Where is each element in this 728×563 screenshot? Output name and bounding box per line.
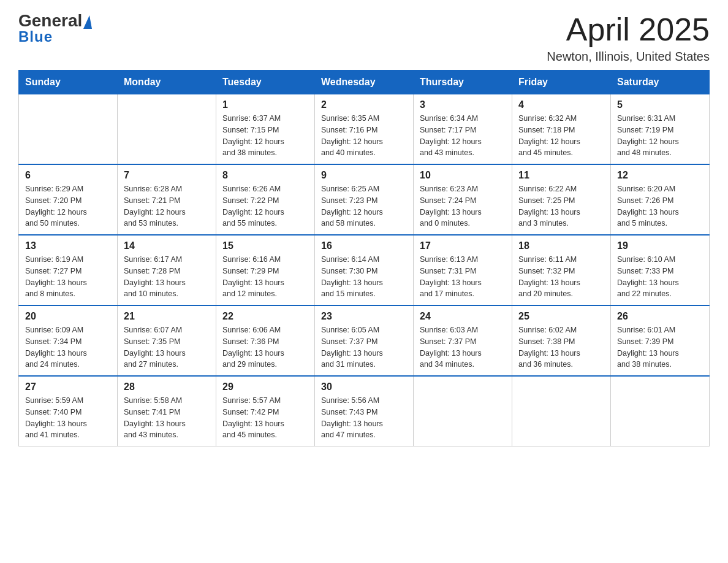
- day-number: 12: [617, 170, 703, 181]
- day-info: Sunrise: 6:06 AMSunset: 7:36 PMDaylight:…: [222, 324, 308, 370]
- day-number: 10: [420, 170, 506, 181]
- day-number: 9: [321, 170, 407, 181]
- day-number: 21: [124, 311, 210, 322]
- day-number: 20: [25, 311, 111, 322]
- day-info: Sunrise: 6:03 AMSunset: 7:37 PMDaylight:…: [420, 324, 506, 370]
- calendar-subtitle: Newton, Illinois, United States: [547, 50, 710, 64]
- day-number: 11: [518, 170, 604, 181]
- day-number: 22: [222, 311, 308, 322]
- table-row: 3Sunrise: 6:34 AMSunset: 7:17 PMDaylight…: [414, 94, 512, 165]
- calendar-week-row: 27Sunrise: 5:59 AMSunset: 7:40 PMDayligh…: [19, 376, 710, 446]
- calendar-title: April 2025: [547, 12, 710, 47]
- table-row: 19Sunrise: 6:10 AMSunset: 7:33 PMDayligh…: [611, 235, 710, 305]
- day-number: 17: [420, 240, 506, 251]
- day-number: 2: [321, 99, 407, 110]
- day-number: 30: [321, 381, 407, 393]
- day-number: 25: [518, 311, 604, 322]
- day-info: Sunrise: 6:02 AMSunset: 7:38 PMDaylight:…: [518, 324, 604, 370]
- table-row: 29Sunrise: 5:57 AMSunset: 7:42 PMDayligh…: [216, 376, 315, 446]
- day-info: Sunrise: 6:05 AMSunset: 7:37 PMDaylight:…: [321, 324, 407, 370]
- table-row: 30Sunrise: 5:56 AMSunset: 7:43 PMDayligh…: [315, 376, 414, 446]
- day-number: 5: [617, 99, 703, 110]
- col-sunday: Sunday: [19, 71, 118, 94]
- table-row: 27Sunrise: 5:59 AMSunset: 7:40 PMDayligh…: [19, 376, 118, 446]
- table-row: 13Sunrise: 6:19 AMSunset: 7:27 PMDayligh…: [19, 235, 118, 305]
- logo-text: General: [18, 12, 92, 29]
- calendar-week-row: 20Sunrise: 6:09 AMSunset: 7:34 PMDayligh…: [19, 305, 710, 376]
- day-info: Sunrise: 6:34 AMSunset: 7:17 PMDaylight:…: [420, 113, 506, 159]
- day-info: Sunrise: 6:16 AMSunset: 7:29 PMDaylight:…: [222, 254, 308, 300]
- table-row: 15Sunrise: 6:16 AMSunset: 7:29 PMDayligh…: [216, 235, 315, 305]
- table-row: 16Sunrise: 6:14 AMSunset: 7:30 PMDayligh…: [315, 235, 414, 305]
- table-row: 11Sunrise: 6:22 AMSunset: 7:25 PMDayligh…: [512, 164, 611, 235]
- day-info: Sunrise: 5:58 AMSunset: 7:41 PMDaylight:…: [124, 395, 210, 441]
- table-row: 22Sunrise: 6:06 AMSunset: 7:36 PMDayligh…: [216, 305, 315, 376]
- table-row: 21Sunrise: 6:07 AMSunset: 7:35 PMDayligh…: [118, 305, 216, 376]
- day-number: 16: [321, 240, 407, 251]
- day-number: 7: [124, 170, 210, 181]
- table-row: [512, 376, 611, 446]
- day-info: Sunrise: 6:22 AMSunset: 7:25 PMDaylight:…: [518, 183, 604, 229]
- table-row: 25Sunrise: 6:02 AMSunset: 7:38 PMDayligh…: [512, 305, 611, 376]
- day-number: 3: [420, 99, 506, 110]
- calendar-week-row: 13Sunrise: 6:19 AMSunset: 7:27 PMDayligh…: [19, 235, 710, 305]
- logo-blue-label: Blue: [18, 28, 53, 45]
- table-row: 17Sunrise: 6:13 AMSunset: 7:31 PMDayligh…: [414, 235, 512, 305]
- day-number: 24: [420, 311, 506, 322]
- table-row: 4Sunrise: 6:32 AMSunset: 7:18 PMDaylight…: [512, 94, 611, 165]
- table-row: 12Sunrise: 6:20 AMSunset: 7:26 PMDayligh…: [611, 164, 710, 235]
- col-thursday: Thursday: [414, 71, 512, 94]
- day-number: 14: [124, 240, 210, 251]
- table-row: [19, 94, 118, 165]
- day-info: Sunrise: 6:01 AMSunset: 7:39 PMDaylight:…: [617, 324, 703, 370]
- col-saturday: Saturday: [611, 71, 710, 94]
- table-row: 6Sunrise: 6:29 AMSunset: 7:20 PMDaylight…: [19, 164, 118, 235]
- day-number: 13: [25, 240, 111, 251]
- title-section: April 2025 Newton, Illinois, United Stat…: [547, 12, 710, 64]
- day-info: Sunrise: 6:29 AMSunset: 7:20 PMDaylight:…: [25, 183, 111, 229]
- page-header: General Blue April 2025 Newton, Illinois…: [18, 12, 710, 64]
- table-row: [118, 94, 216, 165]
- day-info: Sunrise: 6:14 AMSunset: 7:30 PMDaylight:…: [321, 254, 407, 300]
- col-wednesday: Wednesday: [315, 71, 414, 94]
- day-info: Sunrise: 6:31 AMSunset: 7:19 PMDaylight:…: [617, 113, 703, 159]
- table-row: 18Sunrise: 6:11 AMSunset: 7:32 PMDayligh…: [512, 235, 611, 305]
- table-row: 28Sunrise: 5:58 AMSunset: 7:41 PMDayligh…: [118, 376, 216, 446]
- table-row: 23Sunrise: 6:05 AMSunset: 7:37 PMDayligh…: [315, 305, 414, 376]
- table-row: 1Sunrise: 6:37 AMSunset: 7:15 PMDaylight…: [216, 94, 315, 165]
- day-number: 29: [222, 381, 308, 393]
- table-row: [414, 376, 512, 446]
- day-info: Sunrise: 5:59 AMSunset: 7:40 PMDaylight:…: [25, 395, 111, 441]
- table-row: 14Sunrise: 6:17 AMSunset: 7:28 PMDayligh…: [118, 235, 216, 305]
- day-info: Sunrise: 6:19 AMSunset: 7:27 PMDaylight:…: [25, 254, 111, 300]
- table-row: [611, 376, 710, 446]
- table-row: 9Sunrise: 6:25 AMSunset: 7:23 PMDaylight…: [315, 164, 414, 235]
- day-number: 15: [222, 240, 308, 251]
- day-info: Sunrise: 6:28 AMSunset: 7:21 PMDaylight:…: [124, 183, 210, 229]
- day-number: 23: [321, 311, 407, 322]
- day-info: Sunrise: 5:57 AMSunset: 7:42 PMDaylight:…: [222, 395, 308, 441]
- col-tuesday: Tuesday: [216, 71, 315, 94]
- table-row: 2Sunrise: 6:35 AMSunset: 7:16 PMDaylight…: [315, 94, 414, 165]
- day-info: Sunrise: 6:07 AMSunset: 7:35 PMDaylight:…: [124, 324, 210, 370]
- col-monday: Monday: [118, 71, 216, 94]
- day-number: 18: [518, 240, 604, 251]
- table-row: 5Sunrise: 6:31 AMSunset: 7:19 PMDaylight…: [611, 94, 710, 165]
- day-info: Sunrise: 6:25 AMSunset: 7:23 PMDaylight:…: [321, 183, 407, 229]
- day-info: Sunrise: 6:20 AMSunset: 7:26 PMDaylight:…: [617, 183, 703, 229]
- table-row: 10Sunrise: 6:23 AMSunset: 7:24 PMDayligh…: [414, 164, 512, 235]
- day-info: Sunrise: 6:37 AMSunset: 7:15 PMDaylight:…: [222, 113, 308, 159]
- day-info: Sunrise: 6:26 AMSunset: 7:22 PMDaylight:…: [222, 183, 308, 229]
- day-number: 8: [222, 170, 308, 181]
- day-info: Sunrise: 6:35 AMSunset: 7:16 PMDaylight:…: [321, 113, 407, 159]
- calendar-week-row: 6Sunrise: 6:29 AMSunset: 7:20 PMDaylight…: [19, 164, 710, 235]
- day-info: Sunrise: 6:11 AMSunset: 7:32 PMDaylight:…: [518, 254, 604, 300]
- day-info: Sunrise: 5:56 AMSunset: 7:43 PMDaylight:…: [321, 395, 407, 441]
- day-info: Sunrise: 6:17 AMSunset: 7:28 PMDaylight:…: [124, 254, 210, 300]
- calendar-table: Sunday Monday Tuesday Wednesday Thursday…: [18, 70, 710, 446]
- day-info: Sunrise: 6:23 AMSunset: 7:24 PMDaylight:…: [420, 183, 506, 229]
- calendar-header-row: Sunday Monday Tuesday Wednesday Thursday…: [19, 71, 710, 94]
- col-friday: Friday: [512, 71, 611, 94]
- table-row: 7Sunrise: 6:28 AMSunset: 7:21 PMDaylight…: [118, 164, 216, 235]
- day-number: 1: [222, 99, 308, 110]
